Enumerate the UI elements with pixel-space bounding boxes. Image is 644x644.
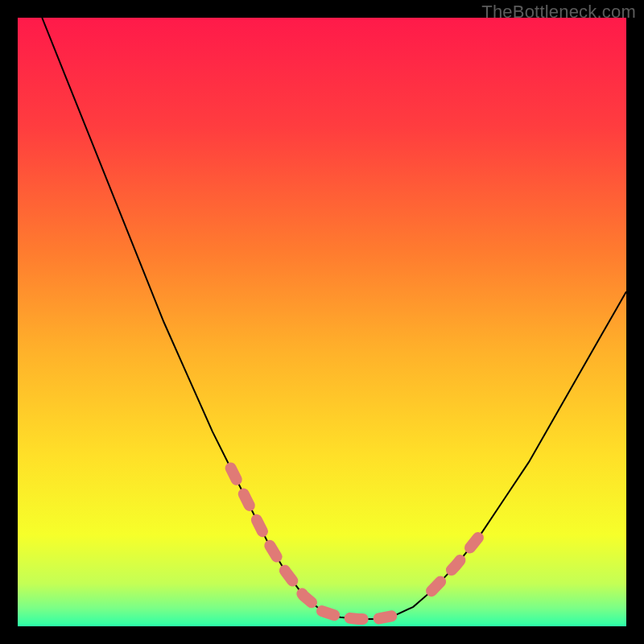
plot-area bbox=[18, 18, 626, 626]
chart-svg bbox=[18, 18, 626, 626]
gradient-background bbox=[18, 18, 626, 626]
chart-frame: TheBottleneck.com bbox=[0, 0, 644, 644]
